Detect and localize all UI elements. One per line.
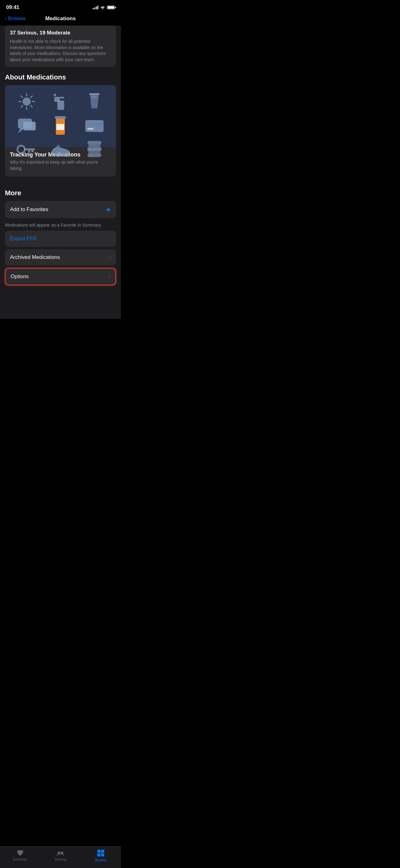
svg-rect-11: [60, 97, 64, 98]
chevron-right-icon: ›: [109, 254, 111, 260]
add-to-favorites-label: Add to Favorites: [10, 207, 48, 213]
svg-rect-9: [57, 101, 64, 110]
svg-rect-14: [91, 96, 97, 98]
svg-rect-27: [31, 150, 34, 152]
archived-medications-button[interactable]: Archived Medications ›: [5, 249, 116, 266]
svg-point-0: [23, 97, 31, 105]
svg-rect-34: [88, 148, 101, 151]
chat-icon: [11, 115, 42, 136]
svg-rect-26: [24, 148, 35, 150]
options-chevron-icon: ›: [108, 274, 110, 280]
interactions-title: 37 Serious, 19 Moderate: [10, 30, 111, 36]
status-time: 09:41: [6, 4, 19, 10]
svg-rect-21: [57, 124, 64, 130]
status-bar: 09:41: [0, 0, 121, 13]
svg-rect-23: [85, 123, 104, 126]
scroll-content: 37 Serious, 19 Moderate Health is not ab…: [0, 26, 121, 319]
nav-bar: ‹ Browse Medications: [0, 13, 121, 26]
options-label: Options: [10, 274, 29, 280]
svg-marker-16: [18, 128, 24, 133]
sun-icon: [11, 91, 42, 112]
about-card-image: [5, 85, 116, 147]
wifi-icon: [100, 6, 105, 9]
export-pdf-label: Export PDF: [10, 236, 37, 242]
svg-point-25: [18, 146, 25, 153]
key-icon: [11, 140, 42, 160]
about-section-header: About Medications: [0, 73, 121, 85]
svg-rect-22: [85, 120, 104, 132]
svg-rect-24: [88, 128, 94, 130]
svg-rect-36: [88, 153, 101, 157]
svg-line-5: [21, 96, 23, 97]
spray-bottle-icon: [45, 91, 76, 112]
signal-icon: [93, 6, 98, 9]
interactions-card: 37 Serious, 19 Moderate Health is not ab…: [5, 26, 116, 67]
add-to-favorites-hint: Medications will appear as a Favorite in…: [5, 221, 116, 231]
sandwich-icon: [79, 140, 110, 160]
pill-bottle-icon: [45, 115, 76, 136]
more-header: More: [5, 183, 116, 201]
card-icon: [79, 115, 110, 136]
svg-line-8: [21, 105, 23, 107]
svg-rect-32: [88, 141, 101, 145]
options-button[interactable]: Options ›: [5, 268, 116, 285]
back-label: Browse: [8, 16, 26, 22]
archived-medications-label: Archived Medications: [10, 254, 60, 260]
status-icons: [93, 6, 115, 9]
more-section: More Add to Favorites ★ Medications will…: [0, 183, 121, 285]
page-title: Medications: [45, 16, 76, 22]
shoe-icon: [45, 140, 76, 160]
svg-rect-18: [55, 116, 66, 119]
svg-point-12: [54, 94, 56, 96]
svg-rect-28: [28, 150, 30, 153]
export-pdf-button[interactable]: Export PDF: [5, 231, 116, 247]
svg-rect-17: [23, 122, 36, 130]
battery-icon: [107, 6, 115, 9]
svg-line-6: [31, 105, 32, 107]
about-card[interactable]: Tracking Your Medications Why it's impor…: [5, 85, 116, 176]
svg-rect-10: [54, 97, 60, 102]
svg-line-7: [31, 96, 32, 97]
svg-rect-35: [88, 151, 100, 153]
svg-rect-13: [89, 93, 100, 95]
chevron-left-icon: ‹: [5, 16, 7, 22]
svg-rect-33: [88, 145, 100, 148]
star-icon: ★: [105, 206, 111, 213]
about-card-description: Why it's important to keep up with what …: [10, 159, 111, 172]
glass-icon: [79, 91, 110, 112]
add-to-favorites-button[interactable]: Add to Favorites ★: [5, 201, 116, 218]
interactions-description: Health is not able to check for all pote…: [10, 38, 111, 63]
svg-rect-20: [56, 119, 65, 124]
back-button[interactable]: ‹ Browse: [5, 16, 26, 22]
